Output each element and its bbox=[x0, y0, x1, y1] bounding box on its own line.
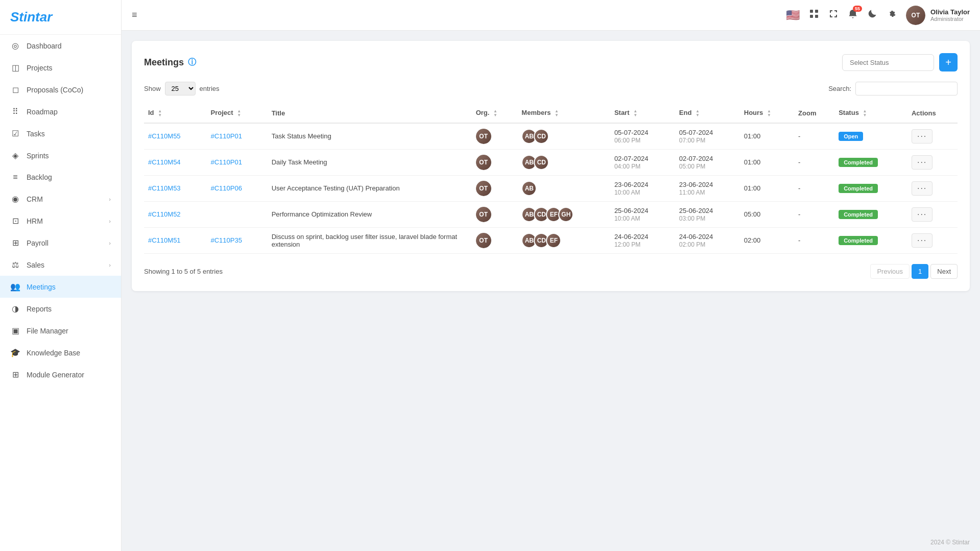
table-row: #C110M53 #C110P06 User Acceptance Testin… bbox=[144, 175, 958, 201]
sidebar-item-label: Meetings bbox=[27, 283, 56, 291]
col-hours[interactable]: Hours ▲▼ bbox=[740, 104, 794, 123]
sidebar-item-label: CRM bbox=[27, 195, 43, 203]
apps-grid-icon[interactable] bbox=[809, 9, 819, 21]
dark-mode-icon[interactable] bbox=[867, 9, 877, 21]
project-link[interactable]: #C110P35 bbox=[210, 236, 242, 244]
col-title[interactable]: Title bbox=[268, 104, 472, 123]
sidebar-item-reports[interactable]: ◑ Reports bbox=[0, 298, 121, 320]
col-project[interactable]: Project ▲▼ bbox=[206, 104, 267, 123]
col-org[interactable]: Org. ▲▼ bbox=[472, 104, 518, 123]
select-status-input[interactable] bbox=[842, 54, 934, 71]
project-link[interactable]: #C110P01 bbox=[210, 158, 242, 166]
sort-icon: ▲▼ bbox=[555, 109, 559, 117]
col-actions: Actions bbox=[907, 104, 958, 123]
row-actions-button[interactable]: ··· bbox=[912, 207, 933, 222]
roadmap-icon: ⠿ bbox=[10, 107, 20, 116]
cell-title: Discuss on sprint, backlog user filter i… bbox=[268, 227, 472, 253]
sidebar-item-backlog[interactable]: ≡ Backlog bbox=[0, 166, 121, 188]
settings-icon[interactable] bbox=[887, 9, 897, 21]
sort-icon: ▲▼ bbox=[633, 109, 637, 117]
cell-end: 23-06-202411:00 AM bbox=[675, 175, 740, 201]
sidebar-item-label: Sales bbox=[27, 261, 44, 269]
module-generator-icon: ⊞ bbox=[10, 370, 20, 379]
notifications-icon[interactable]: 55 bbox=[848, 9, 858, 21]
sidebar-item-knowledge-base[interactable]: 🎓 Knowledge Base bbox=[0, 342, 121, 364]
chevron-right-icon: › bbox=[109, 218, 111, 224]
sidebar-item-module-generator[interactable]: ⊞ Module Generator bbox=[0, 364, 121, 386]
payroll-icon: ⊞ bbox=[10, 238, 20, 248]
show-entries: Show 25 10 50 100 entries bbox=[144, 82, 220, 95]
menu-toggle-icon[interactable]: ≡ bbox=[132, 10, 137, 20]
projects-icon: ◫ bbox=[10, 63, 20, 73]
sidebar-item-proposals[interactable]: ◻ Proposals (CoCo) bbox=[0, 79, 121, 101]
sidebar-item-tasks[interactable]: ☑ Tasks bbox=[0, 123, 121, 145]
footer: 2024 © Stintar bbox=[122, 534, 980, 551]
meeting-id-link[interactable]: #C110M55 bbox=[148, 132, 181, 140]
sidebar-item-file-manager[interactable]: ▣ File Manager bbox=[0, 320, 121, 342]
cell-status: Open bbox=[834, 123, 907, 150]
row-actions-button[interactable]: ··· bbox=[912, 233, 933, 248]
sidebar-item-crm[interactable]: ◉ CRM › bbox=[0, 188, 121, 210]
app-logo[interactable]: Stintar bbox=[10, 9, 111, 25]
sidebar-item-sales[interactable]: ⚖ Sales › bbox=[0, 254, 121, 276]
fullscreen-icon[interactable] bbox=[828, 9, 839, 21]
sidebar-item-hrm[interactable]: ⊡ HRM › bbox=[0, 210, 121, 232]
sidebar-item-dashboard[interactable]: ◎ Dashboard bbox=[0, 35, 121, 57]
meeting-id-link[interactable]: #C110M54 bbox=[148, 158, 181, 166]
sidebar-item-label: Dashboard bbox=[27, 42, 62, 50]
add-meeting-button[interactable]: + bbox=[939, 53, 958, 71]
cell-title: User Acceptance Testing (UAT) Preparatio… bbox=[268, 175, 472, 201]
user-profile[interactable]: OT Olivia Taylor Administrator bbox=[906, 6, 970, 25]
meeting-id-link[interactable]: #C110M53 bbox=[148, 184, 181, 192]
meeting-id-link[interactable]: #C110M52 bbox=[148, 210, 181, 218]
showing-text: Showing 1 to 5 of 5 entries bbox=[144, 268, 223, 275]
search-input[interactable] bbox=[855, 82, 958, 95]
col-start[interactable]: Start ▲▼ bbox=[610, 104, 675, 123]
cell-hours: 01:00 bbox=[740, 149, 794, 175]
cell-project bbox=[206, 201, 267, 227]
member-avatars: ABCD bbox=[521, 129, 606, 144]
footer-text: 2024 © Stintar bbox=[930, 539, 970, 546]
meeting-id-link[interactable]: #C110M51 bbox=[148, 236, 181, 244]
hrm-icon: ⊡ bbox=[10, 216, 20, 226]
member-avatars: AB bbox=[521, 181, 606, 196]
info-icon[interactable]: ⓘ bbox=[188, 57, 196, 68]
cell-title: Performance Optimization Review bbox=[268, 201, 472, 227]
row-actions-button[interactable]: ··· bbox=[912, 155, 933, 170]
entries-select[interactable]: 25 10 50 100 bbox=[165, 82, 196, 95]
page-1-button[interactable]: 1 bbox=[912, 264, 928, 279]
sidebar-item-meetings[interactable]: 👥 Meetings bbox=[0, 276, 121, 298]
cell-id: #C110M53 bbox=[144, 175, 206, 201]
previous-button[interactable]: Previous bbox=[870, 264, 910, 279]
cell-hours: 02:00 bbox=[740, 227, 794, 253]
sidebar-item-payroll[interactable]: ⊞ Payroll › bbox=[0, 232, 121, 254]
table-row: #C110M51 #C110P35 Discuss on sprint, bac… bbox=[144, 227, 958, 253]
sidebar-nav: ◎ Dashboard ◫ Projects ◻ Proposals (CoCo… bbox=[0, 35, 121, 386]
user-role: Administrator bbox=[930, 16, 970, 22]
cell-project: #C110P35 bbox=[206, 227, 267, 253]
sort-icon: ▲▼ bbox=[863, 109, 867, 117]
cell-org: OT bbox=[472, 227, 518, 253]
project-link[interactable]: #C110P06 bbox=[210, 184, 242, 192]
sort-icon: ▲▼ bbox=[237, 109, 241, 117]
col-zoom: Zoom bbox=[794, 104, 834, 123]
sidebar-item-roadmap[interactable]: ⠿ Roadmap bbox=[0, 101, 121, 123]
col-id[interactable]: Id ▲▼ bbox=[144, 104, 206, 123]
cell-id: #C110M54 bbox=[144, 149, 206, 175]
pagination-controls: Previous 1 Next bbox=[870, 264, 958, 279]
cell-project: #C110P06 bbox=[206, 175, 267, 201]
status-badge: Completed bbox=[839, 184, 878, 193]
col-status[interactable]: Status ▲▼ bbox=[834, 104, 907, 123]
next-button[interactable]: Next bbox=[930, 264, 958, 279]
sidebar-item-sprints[interactable]: ◈ Sprints bbox=[0, 145, 121, 166]
cell-status: Completed bbox=[834, 149, 907, 175]
svg-rect-0 bbox=[810, 10, 813, 13]
col-members[interactable]: Members ▲▼ bbox=[517, 104, 610, 123]
row-actions-button[interactable]: ··· bbox=[912, 129, 933, 143]
project-link[interactable]: #C110P01 bbox=[210, 132, 242, 140]
language-flag-icon[interactable]: 🇺🇸 bbox=[786, 9, 800, 22]
row-actions-button[interactable]: ··· bbox=[912, 181, 933, 196]
status-badge: Completed bbox=[839, 210, 878, 219]
sidebar-item-projects[interactable]: ◫ Projects bbox=[0, 57, 121, 79]
col-end[interactable]: End ▲▼ bbox=[675, 104, 740, 123]
